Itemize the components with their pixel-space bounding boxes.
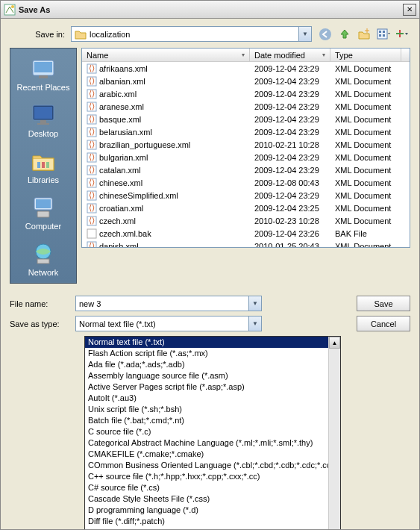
file-name: brazilian_portuguese.xml: [99, 140, 190, 149]
xml-file-icon: ⟨⟩: [87, 178, 97, 188]
tool-dropdown-icon[interactable]: [395, 27, 410, 42]
type-option[interactable]: C source file (*.c): [85, 426, 340, 437]
chevron-down-icon[interactable]: ▼: [248, 296, 261, 311]
save-button[interactable]: Save: [357, 296, 410, 311]
type-option[interactable]: C# source file (*.cs): [85, 482, 340, 493]
type-option[interactable]: Fortran source file (*.f;*.for;*.f90;*.f…: [85, 527, 340, 530]
file-name: belarusian.xml: [99, 128, 152, 137]
file-row[interactable]: ⟨⟩chineseSimplified.xml2009-12-04 23:29X…: [82, 189, 410, 202]
svg-rect-6: [379, 31, 381, 33]
type-option[interactable]: COmmon Business Oriented Language (*.cbl…: [85, 460, 340, 471]
chevron-down-icon[interactable]: ▼: [298, 27, 311, 41]
file-type: XML Document: [330, 90, 401, 99]
close-button[interactable]: ✕: [403, 4, 416, 16]
sidebar-item-label: Recent Places: [10, 83, 76, 92]
sidebar-item-label: Desktop: [10, 129, 76, 138]
save-type-dropdown[interactable]: Normal text file (*.txt)Flash Action scr…: [84, 336, 341, 530]
type-option[interactable]: Unix script file (*.sh;*.bsh): [85, 404, 340, 415]
file-row[interactable]: ⟨⟩croatian.xml2009-12-04 23:25XML Docume…: [82, 202, 410, 214]
type-option[interactable]: CMAKEFILE (*.cmake;*.cmake): [85, 449, 340, 460]
file-name-input[interactable]: new 3 ▼: [75, 296, 262, 311]
xml-file-icon: ⟨⟩: [87, 102, 97, 112]
svg-text:⟨⟩: ⟨⟩: [89, 152, 95, 161]
file-row[interactable]: ⟨⟩catalan.xml2009-12-04 23:29XML Documen…: [82, 163, 410, 176]
file-row[interactable]: ⟨⟩afrikaans.xml2009-12-04 23:29XML Docum…: [82, 62, 410, 75]
sidebar-item-recent[interactable]: Recent Places: [10, 54, 76, 92]
col-type[interactable]: Type: [330, 49, 401, 61]
xml-file-icon: ⟨⟩: [87, 127, 97, 137]
file-type: XML Document: [330, 128, 401, 137]
file-row[interactable]: ⟨⟩albanian.xml2009-12-04 23:29XML Docume…: [82, 75, 410, 87]
type-option[interactable]: Categorical Abstract Machine Language (*…: [85, 437, 340, 449]
new-folder-icon[interactable]: [357, 27, 372, 42]
file-row[interactable]: ⟨⟩chinese.xml2009-12-08 00:43XML Documen…: [82, 176, 410, 189]
type-option[interactable]: Normal text file (*.txt): [85, 337, 340, 348]
svg-rect-22: [46, 162, 49, 168]
type-option[interactable]: C++ source file (*.h;*.hpp;*.hxx;*.cpp;*…: [85, 471, 340, 482]
xml-file-icon: ⟨⟩: [87, 216, 97, 226]
svg-rect-20: [37, 162, 40, 168]
type-option[interactable]: Cascade Style Sheets File (*.css): [85, 493, 340, 505]
type-option[interactable]: Ada file (*.ada;*.ads;*.adb): [85, 359, 340, 370]
scrollbar[interactable]: ▲ ▼: [328, 337, 340, 530]
network-icon: [30, 240, 57, 266]
file-type: XML Document: [330, 140, 401, 149]
sidebar-item-network[interactable]: Network: [10, 240, 76, 277]
toolbar: Save in: localization ▼: [1, 19, 419, 48]
file-date: 2010-01-25 20:43: [250, 242, 330, 249]
svg-rect-8: [379, 34, 381, 37]
sidebar-item-desktop[interactable]: Desktop: [10, 101, 76, 138]
file-row[interactable]: ⟨⟩danish.xml2010-01-25 20:43XML Document: [82, 240, 410, 248]
type-option[interactable]: Flash Action script file (*.as;*.mx): [85, 348, 340, 359]
file-type: XML Document: [330, 191, 401, 200]
file-type: XML Document: [330, 153, 401, 162]
places-sidebar: Recent PlacesDesktopLibrariesComputerNet…: [10, 48, 77, 284]
type-option[interactable]: Active Server Pages script file (*.asp;*…: [85, 381, 340, 393]
type-option[interactable]: Assembly language source file (*.asm): [85, 370, 340, 381]
sort-indicator-icon: ▾: [322, 52, 325, 58]
svg-rect-25: [37, 211, 49, 217]
sidebar-item-libraries[interactable]: Libraries: [10, 147, 76, 184]
scroll-up-icon[interactable]: ▲: [329, 337, 340, 349]
type-option[interactable]: AutoIt (*.au3): [85, 393, 340, 404]
svg-text:⟨⟩: ⟨⟩: [89, 63, 95, 72]
xml-file-icon: ⟨⟩: [87, 152, 97, 163]
file-name-label: File name:: [10, 299, 75, 308]
svg-text:⟨⟩: ⟨⟩: [89, 190, 95, 199]
file-date: 2009-12-04 23:29: [250, 166, 330, 175]
recent-icon: [30, 54, 57, 81]
bottom-form: Save Cancel File name: new 3 ▼ Save as t…: [1, 284, 419, 530]
libraries-icon: [30, 147, 57, 174]
type-option[interactable]: D programming language (*.d): [85, 505, 340, 516]
file-name: albanian.xml: [99, 77, 145, 86]
view-icon[interactable]: [376, 27, 391, 42]
save-in-combo[interactable]: localization ▼: [71, 26, 312, 42]
file-type: XML Document: [330, 166, 401, 175]
xml-file-icon: ⟨⟩: [87, 76, 97, 87]
file-row[interactable]: ⟨⟩basque.xml2009-12-04 23:29XML Document: [82, 113, 410, 125]
xml-file-icon: ⟨⟩: [87, 63, 97, 74]
svg-text:⟨⟩: ⟨⟩: [89, 140, 95, 149]
content: Recent PlacesDesktopLibrariesComputerNet…: [1, 48, 419, 284]
file-row[interactable]: ⟨⟩brazilian_portuguese.xml2010-02-21 10:…: [82, 138, 410, 151]
chevron-down-icon[interactable]: ▼: [248, 317, 261, 331]
file-row[interactable]: ⟨⟩czech.xml2010-02-23 10:28XML Document: [82, 214, 410, 227]
col-name[interactable]: Name▾: [82, 49, 250, 61]
file-row[interactable]: ⟨⟩bulgarian.xml2009-12-04 23:29XML Docum…: [82, 151, 410, 163]
back-icon[interactable]: [318, 27, 333, 42]
file-row[interactable]: ⟨⟩belarusian.xml2009-12-04 23:29XML Docu…: [82, 125, 410, 138]
type-option[interactable]: Batch file (*.bat;*.cmd;*.nt): [85, 415, 340, 426]
save-type-combo[interactable]: Normal text file (*.txt) ▼: [75, 316, 262, 331]
col-date[interactable]: Date modified▾: [250, 49, 330, 61]
type-option[interactable]: Diff file (*.diff;*.patch): [85, 516, 340, 527]
cancel-button[interactable]: Cancel: [357, 316, 410, 331]
svg-text:⟨⟩: ⟨⟩: [89, 216, 95, 225]
file-row[interactable]: czech.xml.bak2009-12-04 23:26BAK File: [82, 227, 410, 240]
file-row[interactable]: ⟨⟩arabic.xml2009-12-04 23:29XML Document: [82, 87, 410, 100]
svg-rect-5: [377, 29, 387, 39]
sidebar-item-computer[interactable]: Computer: [10, 193, 76, 231]
up-icon[interactable]: [337, 27, 352, 42]
file-row[interactable]: ⟨⟩aranese.xml2009-12-04 23:29XML Documen…: [82, 100, 410, 113]
svg-rect-16: [34, 107, 52, 119]
file-name: basque.xml: [99, 115, 141, 124]
